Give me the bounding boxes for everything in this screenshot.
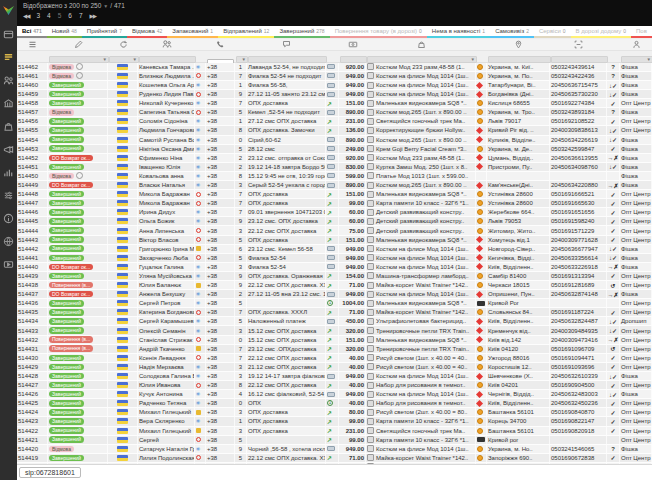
order-row[interactable]: 514447ЗавершенийМикола Бадражан+387ОПХ д… <box>17 199 652 208</box>
order-status: Завершений <box>48 199 108 207</box>
order-row[interactable]: 514453ЗавершенийНікітіна Оксана Дми..✳+3… <box>17 145 652 154</box>
order-row[interactable]: 514428ЗавершенийСолодкова Галина В..✳+38… <box>17 372 652 381</box>
order-row[interactable]: 514433ЗавершенийОлексій Семанін✳+38315.1… <box>17 326 652 335</box>
order-row[interactable]: 514446ЗавершенийИрина Дидух✳+38709.01 зв… <box>17 208 652 217</box>
order-country <box>108 99 138 107</box>
order-row[interactable]: 514444ЗавершенийАнна Липенська+38322.12 … <box>17 226 652 235</box>
globe-icon[interactable] <box>3 235 15 247</box>
order-row[interactable]: 514436ЗавершенийСергей Петров✳+38511004.… <box>17 299 652 308</box>
status-tab-4[interactable]: Запакований1 <box>167 26 218 38</box>
order-row[interactable]: 514423ЗавершенийВера Скляренко✳+381ОПХ д… <box>17 417 652 426</box>
orders-list-icon[interactable] <box>3 51 15 63</box>
status-tab-7[interactable]: Повернення товару (в дорозі)0 <box>330 26 427 38</box>
carrier <box>476 354 487 362</box>
status-tab-10[interactable]: Сервіси0 <box>534 26 571 38</box>
order-row[interactable]: 514422ЗавершенийМихаил Гилецький+383ОПХ … <box>17 427 652 436</box>
order-total: 151.00 <box>339 336 366 344</box>
order-row[interactable]: 514426ЗавершенийКучук Антонина✳+38416.12… <box>17 390 652 399</box>
order-row[interactable]: 514434ЗавершенийСергей Карамышев✳+385Нал… <box>17 317 652 326</box>
order-row[interactable]: 514450ВідмоваКовальова анна✳+38815.12 9:… <box>17 172 652 181</box>
page-first-button[interactable]: ◀◀ <box>23 13 29 19</box>
app-logo-icon[interactable] <box>2 2 15 20</box>
order-row[interactable]: 514459ЗавершенийРуденко Лидия Пав..+3892… <box>17 90 652 99</box>
order-row[interactable]: 514449DO Возврат ок...Власюк Наталья✳+38… <box>17 181 652 190</box>
bank-payment-icon <box>327 155 335 160</box>
video-icon[interactable] <box>3 258 15 270</box>
store-name: Фішка <box>620 254 652 262</box>
order-row[interactable]: 514440DO Возврат ок...Гуцалюк Галина✳+38… <box>17 263 652 272</box>
order-row[interactable]: 514432Повернення (в...Станіслав Стрижак+… <box>17 336 652 345</box>
order-row[interactable]: 514452DO Возврат ок...Єфименко Ніна✳+382… <box>17 154 652 163</box>
order-source: ✳ <box>195 181 206 189</box>
order-row[interactable]: 514419ЗавершенийЛилия Подолинская+38522.… <box>17 454 652 463</box>
order-row[interactable]: 514454ЗавершенийСамотій Руслана Во..✳+38… <box>17 136 652 145</box>
order-row[interactable]: 514443ЗавершенийВіктор Власов+385ОПХ дос… <box>17 236 652 245</box>
products-bag-icon[interactable] <box>3 120 15 132</box>
status-tab-5[interactable]: Відправлений12 <box>218 26 274 38</box>
order-row[interactable]: 514427ЗавершенийЮлия Иванова+38822.12 см… <box>17 381 652 390</box>
page-size-caret-icon[interactable]: ▼ <box>103 3 108 9</box>
tracking-number: 0501690904500 <box>550 381 607 389</box>
order-row[interactable]: 514445ЗавершенийОльга Божик✳+38923.12 см… <box>17 217 652 226</box>
order-row[interactable]: 514439ЗавершенийУляна Мусійовська✳+389ОП… <box>17 272 652 281</box>
order-row[interactable]: 514435ЗавершенийКатерина Богданова+387ОП… <box>17 308 652 317</box>
order-row[interactable]: 514456ЗавершенийСоломія Сідоніна✳+38127.… <box>17 117 652 126</box>
ukraine-flag-icon <box>117 209 128 215</box>
pickup-truck-icon <box>477 437 485 442</box>
info-icon[interactable] <box>3 212 15 224</box>
order-row[interactable]: 514421ЗавершенийСергей+385↗99.00Карта па… <box>17 436 652 445</box>
order-row[interactable]: 514420ВідмоваСитарчук Наталія Гр..✳+389Ч… <box>17 445 652 454</box>
settings-sliders-icon[interactable] <box>3 189 15 201</box>
page-7-button[interactable]: 7 <box>79 12 83 19</box>
clients-icon[interactable] <box>3 74 15 86</box>
product-box-icon <box>367 72 374 79</box>
payment-type <box>326 181 339 189</box>
status-tab-9[interactable]: Самовивіз2 <box>490 26 534 38</box>
delivery-address: Київ 04120 <box>487 345 550 353</box>
order-row[interactable]: 514431Повернення (в...Андрій Ткаченко+38… <box>17 345 652 354</box>
marketing-megaphone-icon[interactable] <box>3 143 15 155</box>
order-row[interactable]: 514424ЗавершенийМихаил Гилецький+383ОПХ … <box>17 408 652 417</box>
page-3-button[interactable]: 3 <box>36 12 40 19</box>
order-row[interactable]: 514425ЗавершенийРадченко Тетяна✳+380ОПХ1… <box>17 399 652 408</box>
order-total: 320.00 <box>339 345 366 353</box>
order-country <box>108 454 138 462</box>
days-count: 8 <box>235 126 247 134</box>
stats-chart-icon[interactable] <box>3 166 15 178</box>
tracking-number: 0501691598240 <box>550 217 607 225</box>
sip-phone-widget[interactable]: sip:0672818601 <box>19 467 81 478</box>
order-comment: ОПХ доставка. ХХХЛ <box>247 308 326 316</box>
ukraine-flag-icon <box>117 137 128 143</box>
page-6-button[interactable]: 6 <box>68 12 72 19</box>
order-row[interactable]: 514462ВідмоваКаневська Тамара ..✳+381Лав… <box>17 63 652 72</box>
order-row[interactable]: 514437DO Возврат ок...Анжела Безушку✳+38… <box>17 290 652 299</box>
order-row[interactable]: 514442ЗавершенийГригорюнко Ірина Ми..+38… <box>17 245 652 254</box>
delivery-address: Богданівка (Дні.. <box>487 90 550 98</box>
page-last-button[interactable]: ▶▶ <box>90 13 96 19</box>
order-row[interactable]: 514438Повернення (в...Юлия Баланюк+38922… <box>17 281 652 290</box>
page-4-button[interactable]: 4 <box>47 12 51 19</box>
order-country <box>108 181 138 189</box>
order-row[interactable]: 514448ЗавершенийМикола Бадражан+387ОПХ д… <box>17 190 652 199</box>
order-row[interactable]: 514458ЗавершенийНиколай Кучеренко✳+387ОП… <box>17 99 652 108</box>
tracking-number: 20450634226619 <box>550 136 607 144</box>
order-source <box>195 245 206 253</box>
order-row[interactable]: 514429ЗавершенийНадія Мерзаєва✳+38321.12… <box>17 363 652 372</box>
order-row[interactable]: 514460ЗавершенийКошелева Ольга Ар..✳+381… <box>17 81 652 90</box>
ukraine-flag-icon <box>117 318 128 324</box>
order-row[interactable]: 514457ВідмоваСапегина Татьяна С..+385Кем… <box>17 108 652 117</box>
order-row[interactable]: 514441ЗавершенийЗахарченко Люба+385Фиалк… <box>17 254 652 263</box>
order-row[interactable]: 514455ЗавершенийЛюдмила Гончарова✳+388ОП… <box>17 126 652 135</box>
page-5-button[interactable]: 5 <box>58 12 62 19</box>
carrier <box>476 372 487 380</box>
status-tab-8[interactable]: Нема в наявності1 <box>427 26 490 38</box>
ukraine-flag-icon <box>117 228 128 234</box>
order-status: Завершений <box>48 317 108 325</box>
order-row[interactable]: 514451ЗавершенийІващенко Юлія✳+38219.12 … <box>17 163 652 172</box>
order-status: Завершений <box>48 163 108 171</box>
bank-icon[interactable] <box>3 97 15 109</box>
dashboard-icon[interactable] <box>3 28 15 40</box>
order-row[interactable]: 514461ВідмоваБлизнюк Людмила ..+387Фиалк… <box>17 72 652 81</box>
ukraine-flag-icon <box>117 255 128 261</box>
order-row[interactable]: 514430ЗавершенийКсенія Левадняя+38722.12… <box>17 354 652 363</box>
